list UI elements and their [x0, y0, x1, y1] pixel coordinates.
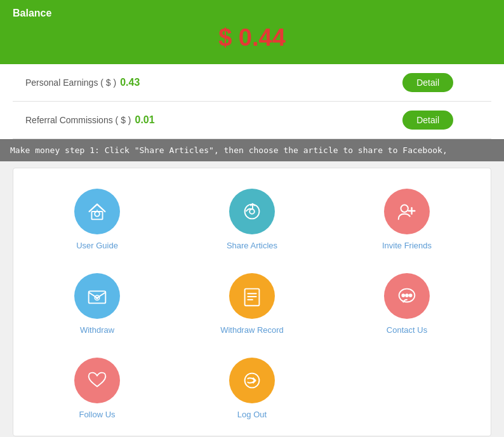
banner-text: Make money step 1: Click "Share Articles… [10, 145, 448, 155]
personal-earnings-label: Personal Earnings ( $ ) [25, 77, 116, 88]
heart-icon [85, 368, 109, 393]
log-out-label: Log Out [237, 410, 267, 419]
referral-commissions-label: Referral Commissions ( $ ) [25, 115, 131, 125]
empty-cell [329, 347, 484, 426]
personal-earnings-value: 0.43 [120, 77, 140, 88]
personal-earnings-row: Personal Earnings ( $ ) 0.43 Detail [13, 64, 491, 102]
menu-item-invite-friends[interactable]: Invite Friends [329, 178, 484, 257]
svg-rect-0 [91, 212, 102, 219]
withdraw-record-label: Withdraw Record [220, 325, 284, 335]
svg-point-17 [409, 294, 412, 297]
menu-item-contact-us[interactable]: Contact Us [329, 263, 484, 341]
envelope-icon [85, 284, 109, 308]
personal-earnings-detail-button[interactable]: Detail [402, 73, 453, 92]
share-articles-icon-circle [229, 189, 275, 234]
menu-item-withdraw[interactable]: Withdraw [20, 263, 175, 341]
follow-us-label: Follow Us [79, 410, 115, 419]
svg-point-15 [402, 294, 404, 297]
balance-amount: $ 0.44 [13, 24, 491, 51]
invite-friends-label: Invite Friends [382, 241, 432, 250]
svg-point-18 [245, 373, 260, 388]
svg-point-5 [401, 205, 408, 212]
menu-item-share-articles[interactable]: Share Articles [175, 178, 329, 257]
follow-us-icon-circle [74, 358, 120, 403]
list-icon [240, 284, 264, 308]
header: Balance $ 0.44 [0, 0, 504, 64]
user-guide-icon-circle [74, 189, 120, 234]
menu-item-withdraw-record[interactable]: Withdraw Record [175, 263, 329, 341]
logout-icon [240, 368, 264, 393]
invite-icon [395, 199, 419, 224]
user-guide-label: User Guide [76, 241, 118, 250]
share-icon [240, 199, 264, 224]
page-title: Balance [13, 8, 491, 19]
menu-item-log-out[interactable]: Log Out [175, 347, 329, 426]
menu-item-follow-us[interactable]: Follow Us [20, 347, 175, 426]
log-out-icon-circle [229, 358, 275, 403]
invite-friends-icon-circle [384, 189, 430, 234]
withdraw-record-icon-circle [229, 273, 275, 319]
main-grid-wrapper: User Guide Share Articles [13, 168, 491, 436]
earnings-section: Personal Earnings ( $ ) 0.43 Detail Refe… [0, 64, 504, 139]
banner: Make money step 1: Click "Share Articles… [0, 139, 504, 161]
contact-us-icon-circle [384, 273, 430, 319]
icon-grid: User Guide Share Articles [20, 178, 484, 426]
share-articles-label: Share Articles [227, 241, 277, 250]
svg-point-16 [406, 294, 408, 297]
svg-rect-10 [245, 289, 260, 306]
withdraw-label: Withdraw [80, 325, 114, 335]
svg-point-1 [95, 212, 100, 217]
contact-us-label: Contact Us [387, 325, 427, 335]
menu-item-user-guide[interactable]: User Guide [20, 178, 175, 257]
referral-commissions-detail-button[interactable]: Detail [402, 111, 453, 130]
referral-commissions-row: Referral Commissions ( $ ) 0.01 Detail [13, 102, 491, 139]
withdraw-icon-circle [74, 273, 120, 319]
referral-commissions-value: 0.01 [135, 114, 154, 126]
house-icon [85, 199, 109, 224]
chat-icon [395, 284, 419, 308]
svg-point-3 [249, 209, 255, 214]
